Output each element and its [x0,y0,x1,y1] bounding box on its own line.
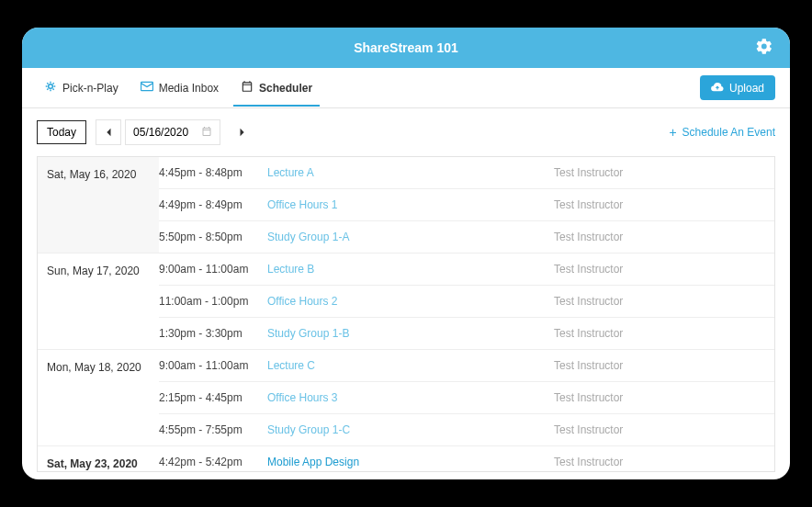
day-label: Sun, May 17, 2020 [38,254,159,349]
gear-icon[interactable] [755,38,773,59]
event-row: 5:50pm - 8:50pmStudy Group 1-ATest Instr… [159,220,774,253]
event-time: 4:45pm - 8:48pm [159,166,267,179]
event-instructor: Test Instructor [554,198,774,211]
today-button[interactable]: Today [37,120,86,144]
event-row: 9:00am - 11:00amLecture CTest Instructor [159,350,774,381]
event-instructor: Test Instructor [554,456,774,468]
event-time: 9:00am - 11:00am [159,359,267,372]
event-instructor: Test Instructor [554,423,774,436]
event-row: 4:55pm - 7:55pmStudy Group 1-CTest Instr… [159,413,774,445]
chevron-left-icon [105,128,112,137]
next-day-button[interactable] [230,119,255,145]
upload-label: Upload [729,82,764,95]
app-title: ShareStream 101 [354,40,458,55]
event-title-link[interactable]: Office Hours 1 [267,198,554,211]
app-window: ShareStream 101 Pick-n-Play Media Inbox … [22,28,790,479]
event-instructor: Test Instructor [554,327,774,340]
tab-pick-n-play[interactable]: Pick-n-Play [37,69,126,107]
event-list: 4:45pm - 8:48pmLecture ATest Instructor4… [159,157,774,253]
plus-icon: + [669,126,676,139]
date-value: 05/16/2020 [133,126,188,139]
event-time: 4:42pm - 5:42pm [159,456,267,468]
event-instructor: Test Instructor [554,391,774,404]
event-title-link[interactable]: Lecture B [267,263,554,276]
cloud-upload-icon [711,81,724,95]
event-list: 9:00am - 11:00amLecture BTest Instructor… [159,254,774,349]
event-time: 4:55pm - 7:55pm [159,423,267,436]
event-row: 2:15pm - 4:45pmOffice Hours 3Test Instru… [159,381,774,413]
event-time: 5:50pm - 8:50pm [159,231,267,243]
day-block: Mon, May 18, 20209:00am - 11:00amLecture… [38,350,774,446]
day-label: Mon, May 18, 2020 [38,350,159,445]
event-instructor: Test Instructor [554,295,774,308]
schedule-event-label: Schedule An Event [682,126,775,139]
upload-button[interactable]: Upload [700,75,775,100]
event-row: 9:00am - 11:00amLecture BTest Instructor [159,254,774,285]
event-row: 4:45pm - 8:48pmLecture ATest Instructor [159,157,774,188]
day-block: Sat, May 16, 20204:45pm - 8:48pmLecture … [38,157,774,254]
event-row: 11:00am - 1:00pmOffice Hours 2Test Instr… [159,285,774,317]
day-label: Sat, May 16, 2020 [38,157,159,253]
event-list: 9:00am - 11:00amLecture CTest Instructor… [159,350,774,445]
event-instructor: Test Instructor [554,231,774,243]
event-time: 2:15pm - 4:45pm [159,391,267,404]
event-time: 11:00am - 1:00pm [159,295,267,308]
tab-bar: Pick-n-Play Media Inbox Scheduler Upload [22,68,790,108]
prev-day-button[interactable] [96,119,121,145]
event-title-link[interactable]: Lecture A [267,166,554,179]
tab-label: Scheduler [259,82,312,95]
event-instructor: Test Instructor [554,359,774,372]
day-block: Sun, May 17, 20209:00am - 11:00amLecture… [38,254,774,350]
event-row: 4:49pm - 8:49pmOffice Hours 1Test Instru… [159,188,774,220]
tab-label: Pick-n-Play [62,82,118,95]
event-row: 1:30pm - 3:30pmStudy Group 1-BTest Instr… [159,317,774,349]
event-time: 9:00am - 11:00am [159,263,267,276]
event-title-link[interactable]: Mobile App Design [267,456,554,468]
calendar-icon [241,80,254,96]
calendar-icon [201,126,212,140]
schedule-event-button[interactable]: + Schedule An Event [669,122,775,142]
event-row: 4:42pm - 5:42pmMobile App DesignTest Ins… [159,446,774,472]
date-input[interactable]: 05/16/2020 [125,119,220,145]
chevron-right-icon [239,128,246,137]
pick-n-play-icon [44,80,57,96]
event-title-link[interactable]: Office Hours 3 [267,391,554,404]
event-instructor: Test Instructor [554,263,774,276]
event-time: 4:49pm - 8:49pm [159,198,267,211]
svg-point-0 [49,84,53,89]
day-block: Sat, May 23, 20204:42pm - 5:42pmMobile A… [38,446,774,472]
tab-label: Media Inbox [159,82,219,95]
tab-scheduler[interactable]: Scheduler [233,69,320,107]
event-instructor: Test Instructor [554,166,774,179]
event-title-link[interactable]: Office Hours 2 [267,295,554,308]
event-title-link[interactable]: Study Group 1-C [267,423,554,436]
event-title-link[interactable]: Study Group 1-A [267,231,554,243]
date-toolbar: Today 05/16/2020 + Schedule An Event [22,108,790,156]
event-grid: Sat, May 16, 20204:45pm - 8:48pmLecture … [37,156,775,472]
event-title-link[interactable]: Study Group 1-B [267,327,554,340]
tab-media-inbox[interactable]: Media Inbox [133,70,226,106]
event-title-link[interactable]: Lecture C [267,359,554,372]
day-label: Sat, May 23, 2020 [38,446,159,472]
header-bar: ShareStream 101 [22,28,790,68]
event-list: 4:42pm - 5:42pmMobile App DesignTest Ins… [159,446,774,472]
event-time: 1:30pm - 3:30pm [159,327,267,340]
envelope-icon [141,81,153,95]
